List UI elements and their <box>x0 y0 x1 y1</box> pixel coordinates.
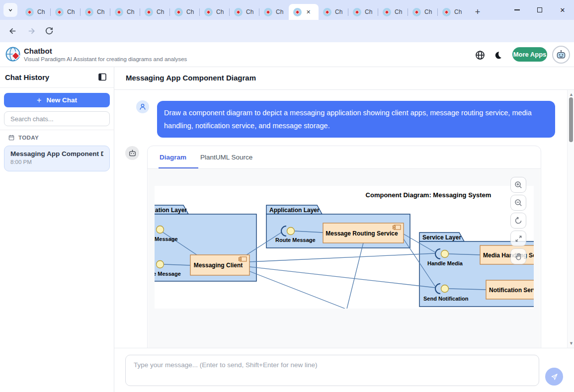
vp-favicon-icon <box>85 8 93 16</box>
vp-favicon-icon <box>442 8 451 16</box>
vp-favicon-icon <box>234 8 243 16</box>
search-chats-input[interactable] <box>4 111 110 126</box>
tab-search-chevron-button[interactable] <box>3 3 17 17</box>
back-button[interactable] <box>5 23 20 38</box>
calendar-icon <box>8 135 14 141</box>
interface-send-notification <box>441 285 449 293</box>
chat-item-time: 8:00 PM <box>10 159 103 165</box>
new-chat-label: New Chat <box>46 96 77 104</box>
send-plane-icon <box>550 373 559 381</box>
window-close-button[interactable]: ✕ <box>551 0 574 20</box>
new-chat-button[interactable]: + New Chat <box>4 93 110 107</box>
visual-paradigm-logo <box>5 46 22 63</box>
interface-route-message <box>287 228 295 235</box>
vp-favicon-icon <box>174 8 183 16</box>
chevron-down-icon <box>7 6 14 13</box>
browser-tab[interactable]: Ch <box>378 4 408 20</box>
person-icon <box>139 103 147 111</box>
browser-tab[interactable]: Ch <box>21 4 50 20</box>
window-minimize-button[interactable] <box>505 0 528 20</box>
chat-history-item[interactable]: Messaging App Component Di... 8:00 PM <box>4 146 110 171</box>
new-tab-button[interactable]: + <box>471 5 484 18</box>
browser-tab[interactable]: Ch <box>259 4 289 20</box>
composer <box>114 348 574 392</box>
diagram-canvas[interactable]: ation Layer Application Layer Service La… <box>155 186 534 309</box>
scroll-down-icon[interactable]: ▼ <box>569 341 573 345</box>
card-tabs: Diagram PlantUML Source <box>148 146 541 169</box>
browser-tab[interactable]: Ch <box>170 4 199 20</box>
layer-application-label: Application Layer <box>269 207 320 214</box>
browser-tab-active[interactable]: ✕ <box>289 4 319 20</box>
diagram-viewport[interactable]: ation Layer Application Layer Service La… <box>148 169 540 348</box>
app-title: Chatbot <box>24 47 52 55</box>
pan-button[interactable] <box>510 248 526 264</box>
vertical-scrollbar[interactable]: ▲ ▼ <box>567 90 574 348</box>
forward-button[interactable] <box>24 23 39 38</box>
browser-tab[interactable]: Ch <box>319 4 348 20</box>
minimize-icon <box>514 9 520 10</box>
browser-tab[interactable]: Ch <box>200 4 229 20</box>
send-button[interactable] <box>545 368 563 386</box>
dark-mode-button[interactable] <box>492 50 503 61</box>
vp-favicon-icon <box>264 8 272 16</box>
component-label: Notification Serv <box>489 287 534 294</box>
page-title-bar: Messaging App Component Diagram <box>114 67 574 90</box>
tabs-row: Ch Ch Ch Ch Ch Ch Ch Ch Ch ✕ Ch Ch Ch Ch… <box>21 4 484 20</box>
tab-diagram[interactable]: Diagram <box>160 146 186 168</box>
window-maximize-button[interactable] <box>528 0 551 20</box>
scroll-up-icon[interactable]: ▲ <box>569 92 573 96</box>
browser-tab[interactable]: Ch <box>81 4 110 20</box>
main-panel: Messaging App Component Diagram Draw a c… <box>114 67 574 392</box>
moon-icon <box>493 51 502 60</box>
browser-tab[interactable]: Ch <box>348 4 378 20</box>
app-header: Chatbot Visual Paradigm AI Assistant for… <box>0 42 574 67</box>
more-apps-button[interactable]: More Apps <box>512 47 547 62</box>
maximize-icon <box>537 7 542 12</box>
today-section-header: TODAY <box>8 135 39 141</box>
scrollbar-thumb[interactable] <box>569 97 573 142</box>
message-input[interactable] <box>125 355 539 386</box>
user-message-bubble: Draw a component diagram to depict a mes… <box>157 101 555 138</box>
window-controls: ✕ <box>505 0 574 20</box>
diagram-card: Diagram PlantUML Source <box>147 146 541 348</box>
zoom-out-button[interactable] <box>510 195 526 211</box>
user-avatar <box>136 100 149 113</box>
collapse-sidebar-icon[interactable] <box>98 73 107 81</box>
zoom-in-button[interactable] <box>510 177 526 193</box>
component-label: Message Routing Service <box>326 230 398 237</box>
vp-favicon-icon <box>412 8 421 16</box>
robot-face-icon <box>556 49 567 60</box>
edge <box>249 267 435 288</box>
browser-tab[interactable]: Ch <box>51 4 80 20</box>
zoom-out-icon <box>514 199 522 207</box>
reset-rotate-icon <box>514 217 522 225</box>
interface-label: ve Message <box>155 271 181 277</box>
browser-tab[interactable]: Ch <box>140 4 169 20</box>
browser-tab[interactable]: Ch <box>230 4 259 20</box>
vp-favicon-icon <box>115 8 123 16</box>
edge <box>249 271 345 309</box>
browser-tab[interactable]: Ch <box>408 4 437 20</box>
app-subtitle: Visual Paradigm AI Assistant for creatin… <box>24 56 187 62</box>
language-globe-button[interactable] <box>475 50 486 61</box>
component-diagram: ation Layer Application Layer Service La… <box>155 186 534 309</box>
browser-tab[interactable]: Ch <box>110 4 140 20</box>
fullscreen-button[interactable] <box>510 231 526 246</box>
arrow-right-icon <box>27 26 36 36</box>
reset-view-button[interactable] <box>510 213 526 229</box>
expand-icon <box>515 235 522 242</box>
page-title: Messaging App Component Diagram <box>126 74 256 82</box>
sidebar-divider <box>0 130 114 130</box>
tab-close-icon[interactable]: ✕ <box>306 9 311 15</box>
vp-favicon-icon <box>25 8 34 16</box>
chat-area: Draw a component diagram to depict a mes… <box>114 90 574 348</box>
interface-send-message <box>157 226 164 234</box>
tab-plantuml-source[interactable]: PlantUML Source <box>200 146 252 168</box>
vp-favicon-icon <box>353 8 361 16</box>
browser-tab[interactable]: Ch <box>438 4 467 20</box>
chatbot-robot-button[interactable] <box>552 46 570 64</box>
interface-label: l Message <box>155 236 178 242</box>
diagram-controls <box>510 177 526 264</box>
vp-favicon-icon <box>383 8 391 16</box>
reload-button[interactable] <box>42 23 57 38</box>
